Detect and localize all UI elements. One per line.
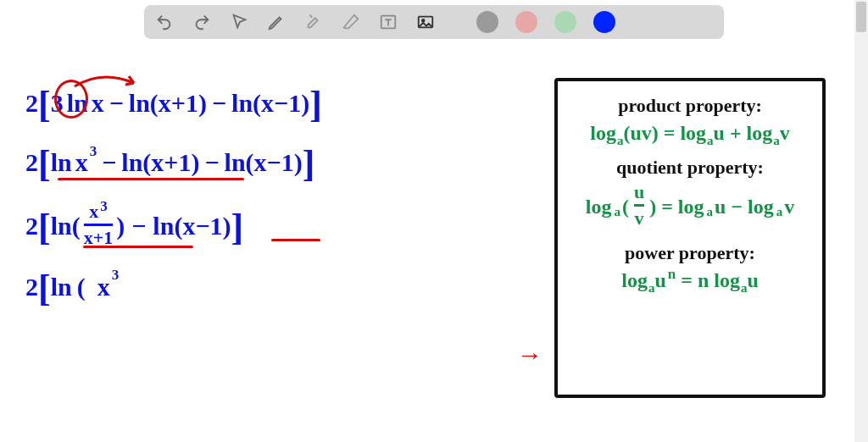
x: x: [75, 150, 88, 175]
arrow-to-box: →: [517, 340, 542, 369]
quotient-eq: loga( uv ) = logau − logav: [570, 184, 810, 230]
color-blue-swatch[interactable]: [593, 11, 615, 33]
vertical-scrollbar[interactable]: [854, 0, 868, 442]
lp: (: [77, 274, 86, 300]
lp: (: [253, 91, 261, 116]
ln: ln: [51, 213, 72, 239]
math-line-4: 2 [ ln ( x 3: [25, 268, 500, 306]
power-eq: logaun = n logau: [570, 269, 810, 292]
rp: ): [198, 91, 207, 116]
power-arrow-annotation: [68, 71, 144, 97]
cube: 3: [90, 144, 97, 158]
lp: (: [150, 91, 159, 116]
lbracket: [: [38, 86, 51, 124]
rbracket: ]: [309, 86, 322, 124]
svg-point-2: [422, 19, 425, 22]
worked-math: 2 [ 3 ln x − ln ( x+1 ) − ln ( x−1 ) ] 2…: [25, 85, 500, 328]
lp: (: [72, 213, 81, 239]
two: 2: [25, 274, 38, 300]
lbracket: [: [38, 146, 51, 183]
math-line-2: 2 [ ln x 3 − ln ( x+1 ) − ln ( x−1 ) ]: [25, 144, 500, 181]
two: 2: [25, 91, 38, 116]
xm1: x−1: [261, 91, 301, 116]
frac-num: x: [89, 201, 98, 222]
rp: ): [294, 150, 303, 175]
scrollbar-thumb[interactable]: [856, 2, 866, 32]
xp1: x+1: [151, 150, 191, 175]
tools-icon[interactable]: [303, 12, 324, 32]
image-icon[interactable]: [415, 12, 436, 32]
color-green-swatch[interactable]: [554, 11, 576, 33]
rp: ): [191, 150, 199, 175]
fraction: x3 x+1: [84, 202, 114, 248]
redo-icon[interactable]: [192, 12, 212, 32]
two: 2: [25, 150, 38, 175]
underline-annotation: [58, 178, 244, 180]
ln: ln: [153, 213, 174, 239]
cube: 3: [112, 268, 120, 282]
color-pink-swatch[interactable]: [515, 11, 537, 33]
lp: (: [174, 213, 182, 239]
minus: −: [102, 150, 116, 175]
color-gray-swatch[interactable]: [476, 11, 498, 33]
rbracket: ]: [231, 209, 243, 246]
ln: ln: [231, 91, 253, 116]
x: x: [97, 274, 110, 300]
rp: ): [222, 213, 231, 239]
underline-annotation: [83, 246, 193, 248]
properties-box: product property: loga(uv) = logau + log…: [554, 78, 826, 398]
lp: (: [142, 150, 151, 175]
pencil-icon[interactable]: [266, 12, 287, 32]
quotient-title: quotient property:: [570, 157, 810, 179]
eraser-icon[interactable]: [341, 12, 361, 32]
cube: 3: [100, 198, 108, 214]
rp: ): [301, 91, 309, 116]
undo-icon[interactable]: [154, 12, 175, 32]
lp: (: [246, 150, 254, 175]
minus: −: [204, 150, 219, 175]
minus: −: [212, 91, 226, 116]
product-eq: loga(uv) = logau + logav: [570, 122, 810, 145]
ln: ln: [225, 150, 246, 175]
lbracket: [: [38, 270, 51, 307]
math-line-1: 2 [ 3 ln x − ln ( x+1 ) − ln ( x−1 ) ]: [25, 85, 500, 122]
power-title: power property:: [570, 242, 810, 264]
minus: −: [131, 213, 146, 239]
rp: ): [116, 213, 125, 239]
lbracket: [: [38, 209, 51, 246]
rbracket: ]: [303, 146, 315, 183]
xm1: x−1: [254, 150, 294, 175]
xp1: x+1: [159, 91, 198, 116]
product-title: product property:: [570, 95, 810, 117]
pointer-icon[interactable]: [229, 12, 249, 32]
math-line-3: 2 [ ln ( x3 x+1 ) − ln ( x−1 ) ]: [25, 203, 500, 250]
textbox-icon[interactable]: [378, 12, 398, 32]
ln: ln: [51, 274, 72, 300]
xm1: x−1: [182, 213, 222, 239]
ln: ln: [121, 150, 142, 175]
two: 2: [25, 213, 38, 239]
drawing-toolbar: [144, 5, 724, 39]
ln: ln: [51, 150, 72, 175]
underline-annotation: [271, 239, 320, 241]
